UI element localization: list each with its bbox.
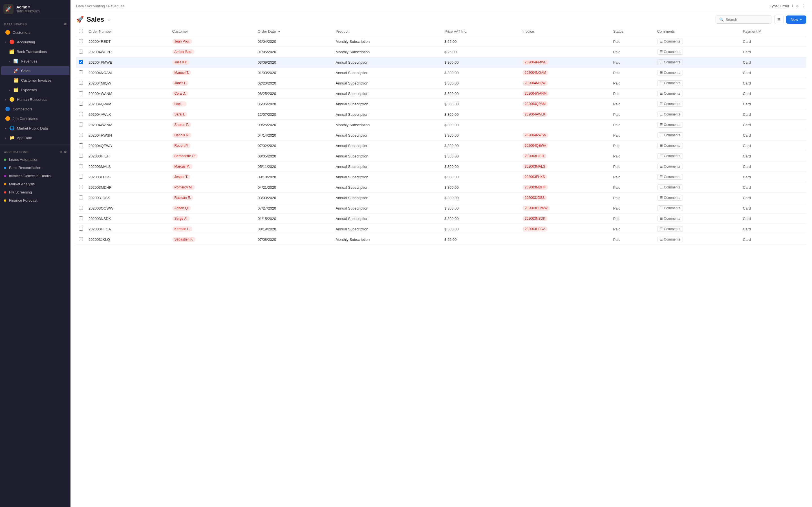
- row-checkbox-cell[interactable]: [76, 109, 86, 120]
- row-checkbox-cell[interactable]: [76, 203, 86, 214]
- row-checkbox-cell[interactable]: [76, 57, 86, 68]
- comments-cell[interactable]: ☰ Comments: [654, 47, 740, 57]
- row-checkbox-cell[interactable]: [76, 172, 86, 182]
- comments-button[interactable]: ☰ Comments: [657, 70, 683, 75]
- comments-cell[interactable]: ☰ Comments: [654, 130, 740, 140]
- customer-cell[interactable]: Sébastien F.: [169, 234, 255, 245]
- comments-cell[interactable]: ☰ Comments: [654, 36, 740, 47]
- sidebar-item-bank-transactions[interactable]: 🗂️ Bank Transactions: [1, 47, 69, 56]
- comments-button[interactable]: ☰ Comments: [657, 164, 683, 169]
- customer-tag[interactable]: Laci L.: [172, 101, 187, 107]
- share-icon[interactable]: ⎋: [796, 4, 799, 8]
- comments-cell[interactable]: ☰ Comments: [654, 68, 740, 78]
- customer-cell[interactable]: Cora D.: [169, 89, 255, 99]
- invoice-tag[interactable]: 202004WANM: [522, 91, 549, 96]
- customer-tag[interactable]: Janet T.: [172, 80, 189, 86]
- comments-button[interactable]: ☰ Comments: [657, 205, 683, 211]
- customer-cell[interactable]: Janet T.: [169, 78, 255, 89]
- invoice-tag[interactable]: 202004QPAM: [522, 101, 548, 107]
- customer-tag[interactable]: Jesper T.: [172, 174, 190, 179]
- row-checkbox[interactable]: [79, 81, 83, 85]
- customer-tag[interactable]: Bernadette O.: [172, 154, 198, 159]
- select-all-checkbox[interactable]: [79, 29, 83, 33]
- customer-cell[interactable]: Rabican E.: [169, 193, 255, 203]
- customer-tag[interactable]: Marcus M.: [172, 164, 193, 169]
- comments-button[interactable]: ☰ Comments: [657, 195, 683, 201]
- row-checkbox-cell[interactable]: [76, 161, 86, 172]
- customer-tag[interactable]: Manuel T.: [172, 70, 192, 75]
- customer-tag[interactable]: Adrien Q.: [172, 206, 191, 211]
- row-checkbox-cell[interactable]: [76, 36, 86, 47]
- comments-button[interactable]: ☰ Comments: [657, 143, 683, 149]
- more-options-icon[interactable]: ⋮: [801, 3, 806, 9]
- comments-cell[interactable]: ☰ Comments: [654, 203, 740, 214]
- comments-cell[interactable]: ☰ Comments: [654, 120, 740, 130]
- comments-button[interactable]: ☰ Comments: [657, 184, 683, 190]
- invoice-tag[interactable]: 202004NOAM: [522, 70, 548, 75]
- customer-tag[interactable]: Kerman L.: [172, 226, 192, 231]
- customer-tag[interactable]: Sharon P.: [172, 122, 192, 127]
- comments-button[interactable]: ☰ Comments: [657, 132, 683, 138]
- customer-cell[interactable]: Jesper T.: [169, 172, 255, 182]
- customer-cell[interactable]: Serge A.: [169, 214, 255, 224]
- sidebar-item-job-candidates[interactable]: 🟠 Job Candidates: [1, 114, 69, 123]
- row-checkbox-cell[interactable]: [76, 182, 86, 193]
- sidebar-item-customers[interactable]: 🟠 Customers: [1, 28, 69, 37]
- row-checkbox[interactable]: [79, 102, 83, 106]
- org-name[interactable]: Acme ▾: [16, 5, 40, 9]
- row-checkbox-cell[interactable]: [76, 224, 86, 234]
- row-checkbox-cell[interactable]: [76, 193, 86, 203]
- customer-cell[interactable]: Dennis R.: [169, 130, 255, 140]
- row-checkbox[interactable]: [79, 206, 83, 210]
- customer-tag[interactable]: Serge A.: [172, 216, 190, 221]
- comments-button[interactable]: ☰ Comments: [657, 101, 683, 107]
- comments-button[interactable]: ☰ Comments: [657, 226, 683, 232]
- sidebar-item-app-data[interactable]: ▸ 📁 App Data: [1, 133, 69, 142]
- row-checkbox[interactable]: [79, 122, 83, 126]
- row-checkbox[interactable]: [79, 133, 83, 137]
- row-checkbox-cell[interactable]: [76, 89, 86, 99]
- invoice-tag[interactable]: 202003MALS: [522, 164, 548, 169]
- app-item-market-analysis[interactable]: Market Analysis: [0, 180, 70, 188]
- filter-button[interactable]: ⊟: [774, 15, 784, 24]
- sidebar-item-human-resources[interactable]: ▸ 🟡 Human Resources: [1, 95, 69, 104]
- comments-cell[interactable]: ☰ Comments: [654, 234, 740, 245]
- row-checkbox[interactable]: [79, 154, 83, 158]
- invoice-tag[interactable]: 202003HIEH: [522, 154, 546, 159]
- invoice-tag[interactable]: 202004AWLK: [522, 112, 548, 117]
- comments-cell[interactable]: ☰ Comments: [654, 109, 740, 120]
- comments-button[interactable]: ☰ Comments: [657, 39, 683, 44]
- comments-button[interactable]: ☰ Comments: [657, 59, 683, 65]
- customer-cell[interactable]: Pomeroy M.: [169, 182, 255, 193]
- sidebar-item-competitors[interactable]: 🔵 Competitors: [1, 105, 69, 114]
- customer-tag[interactable]: Amber Bou.: [172, 49, 195, 54]
- customer-cell[interactable]: Marcus M.: [169, 161, 255, 172]
- row-checkbox[interactable]: [79, 216, 83, 220]
- invoice-tag[interactable]: 202003HFGA: [522, 226, 548, 231]
- customer-tag[interactable]: Sara T.: [172, 112, 188, 117]
- add-data-space-icon[interactable]: ⊕: [64, 22, 67, 26]
- row-checkbox[interactable]: [79, 39, 83, 43]
- customer-cell[interactable]: Sharon P.: [169, 120, 255, 130]
- comments-button[interactable]: ☰ Comments: [657, 216, 683, 221]
- sidebar-item-market-public-data[interactable]: ▸ 🌐 Market Public Data: [1, 124, 69, 133]
- row-checkbox-cell[interactable]: [76, 78, 86, 89]
- customer-cell[interactable]: Sara T.: [169, 109, 255, 120]
- comments-button[interactable]: ☰ Comments: [657, 91, 683, 96]
- row-checkbox-cell[interactable]: [76, 234, 86, 245]
- customer-cell[interactable]: Adrien Q.: [169, 203, 255, 214]
- app-item-hr-screening[interactable]: HR Screening: [0, 188, 70, 196]
- comments-button[interactable]: ☰ Comments: [657, 237, 683, 242]
- customer-cell[interactable]: Laci L.: [169, 99, 255, 109]
- customer-tag[interactable]: Dennis R.: [172, 133, 192, 138]
- row-checkbox-cell[interactable]: [76, 151, 86, 161]
- invoice-tag[interactable]: 202004MIQW: [522, 80, 548, 86]
- comments-cell[interactable]: ☰ Comments: [654, 224, 740, 234]
- row-checkbox-cell[interactable]: [76, 47, 86, 57]
- invoice-tag[interactable]: 202003FHKS: [522, 174, 547, 179]
- comments-cell[interactable]: ☰ Comments: [654, 78, 740, 89]
- customer-tag[interactable]: Julie Kir.: [172, 60, 190, 65]
- info-icon[interactable]: ℹ: [792, 4, 794, 8]
- comments-button[interactable]: ☰ Comments: [657, 153, 683, 159]
- comments-cell[interactable]: ☰ Comments: [654, 151, 740, 161]
